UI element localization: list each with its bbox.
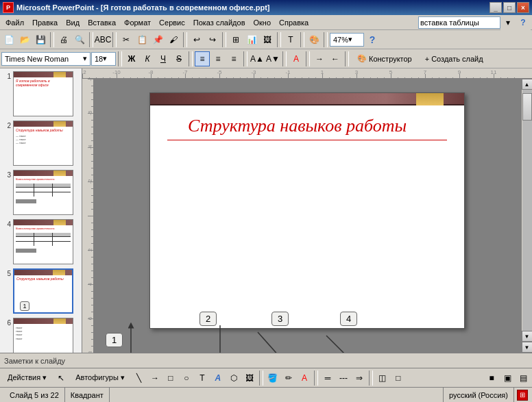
slide-thumb-6[interactable]: 6 тексттексттексттекст xyxy=(3,318,79,353)
print-button[interactable]: 🖨 xyxy=(56,32,71,47)
actions-dropdown[interactable]: Действия ▾ xyxy=(1,370,53,386)
ellipse-button[interactable]: ○ xyxy=(179,370,194,386)
font-size-dropdown[interactable]: 18 ▾ xyxy=(91,52,116,66)
diagram-button[interactable]: ⬡ xyxy=(226,370,241,386)
indent-less-button[interactable]: ← xyxy=(328,51,343,66)
spell-check-button[interactable]: ABC xyxy=(95,32,110,47)
help-icon[interactable]: ? xyxy=(516,15,531,30)
search-box[interactable]: ▾ ? xyxy=(418,15,531,30)
text-box-button[interactable]: T xyxy=(283,32,298,47)
slide-canvas[interactable]: Структура навыков работы xyxy=(149,92,465,329)
insert-image-button[interactable]: 🖼 xyxy=(260,32,275,47)
insert-chart-button[interactable]: 📊 xyxy=(244,32,259,47)
strikethrough-button[interactable]: S xyxy=(171,51,186,66)
insert-table-button[interactable]: ⊞ xyxy=(228,32,243,47)
slide-img-2[interactable]: Структура навыков работы — текст— текст—… xyxy=(13,121,73,166)
slide-thumb-3[interactable]: 3 Компьютерная грамотность xyxy=(3,170,79,215)
help-button[interactable]: ? xyxy=(365,32,380,47)
textbox-button[interactable]: T xyxy=(195,370,210,386)
menu-insert[interactable]: Вставка xyxy=(84,17,120,28)
shadow-button[interactable]: ◫ xyxy=(375,370,390,386)
align-left-button[interactable]: ≡ xyxy=(195,51,210,66)
scroll-thumb[interactable] xyxy=(522,93,532,121)
slide-thumb-5[interactable]: 5 Структура навыков работы 1 xyxy=(3,268,79,314)
resize-handle[interactable]: ⊞ xyxy=(517,390,528,401)
font-color-button[interactable]: A xyxy=(289,51,304,66)
line-color-button[interactable]: ✏ xyxy=(281,370,296,386)
save-button[interactable]: 💾 xyxy=(33,32,48,47)
arrow-button[interactable]: → xyxy=(147,370,162,386)
print-preview-button[interactable]: 🔍 xyxy=(72,32,87,47)
maximize-button[interactable]: □ xyxy=(503,2,516,13)
menu-window[interactable]: Окно xyxy=(250,17,276,28)
cut-button[interactable]: ✂ xyxy=(119,32,134,47)
font-name-dropdown[interactable]: Times New Roman ▾ xyxy=(1,52,90,66)
outline-view-button[interactable]: ▣ xyxy=(500,370,515,386)
dash-style-button[interactable]: --- xyxy=(336,370,351,386)
scroll-track[interactable] xyxy=(522,90,532,331)
font-size-arrow[interactable]: ▾ xyxy=(103,54,107,63)
menu-help[interactable]: Справка xyxy=(275,17,313,28)
create-slide-button[interactable]: + Создать слайд xyxy=(419,51,489,66)
decrease-font-button[interactable]: A▼ xyxy=(265,51,280,66)
new-button[interactable]: 📄 xyxy=(1,32,16,47)
zoom-box[interactable]: 47% ▾ xyxy=(330,33,364,47)
menu-view[interactable]: Вид xyxy=(62,17,84,28)
copy-button[interactable]: 📋 xyxy=(134,32,149,47)
indent-more-button[interactable]: → xyxy=(312,51,327,66)
paste-button[interactable]: 📌 xyxy=(150,32,165,47)
close-button[interactable]: × xyxy=(517,2,529,13)
slide-img-6[interactable]: тексттексттексттекст xyxy=(13,318,73,353)
slide-canvas-area[interactable]: Структура навыков работы 1 2 xyxy=(93,79,521,353)
slide-img-1[interactable]: Я готов работать в современном офисе xyxy=(13,71,73,116)
bold-button[interactable]: Ж xyxy=(124,51,139,66)
slide-thumb-2[interactable]: 2 Структура навыков работы — текст— текс… xyxy=(3,121,79,166)
increase-font-button[interactable]: A▲ xyxy=(250,51,265,66)
slide-img-3[interactable]: Компьютерная грамотность xyxy=(13,170,73,215)
arrow-style-button[interactable]: ⇒ xyxy=(352,370,367,386)
menu-edit[interactable]: Правка xyxy=(28,17,62,28)
slide-img-5[interactable]: Структура навыков работы 1 xyxy=(13,268,73,314)
scroll-down-button[interactable]: ▼ xyxy=(522,331,533,342)
wordart-button[interactable]: A xyxy=(210,370,226,386)
underline-button[interactable]: Ч xyxy=(156,51,171,66)
redo-button[interactable]: ↪ xyxy=(205,32,220,47)
rect-button[interactable]: □ xyxy=(163,370,178,386)
window-controls[interactable]: _ □ × xyxy=(489,2,529,13)
menu-format[interactable]: Формат xyxy=(120,17,155,28)
font-color-btn[interactable]: A xyxy=(297,370,312,386)
slide-panel[interactable]: 1 Я готов работать в современном офисе 2… xyxy=(0,68,82,353)
search-input[interactable] xyxy=(418,16,500,29)
select-button[interactable]: ↖ xyxy=(53,370,69,386)
slide-thumb-4[interactable]: 4 Компьютерная грамотность xyxy=(3,219,79,264)
slide-body[interactable] xyxy=(150,140,464,161)
menu-file[interactable]: Файл xyxy=(1,17,28,28)
undo-button[interactable]: ↩ xyxy=(189,32,204,47)
line-style-button[interactable]: ═ xyxy=(320,370,335,386)
3d-button[interactable]: □ xyxy=(391,370,406,386)
align-center-button[interactable]: ≡ xyxy=(210,51,226,66)
konstruktor-button[interactable]: 🎨 Конструктор xyxy=(351,51,418,66)
color-scheme-button[interactable]: 🎨 xyxy=(306,32,322,47)
slide-img-4[interactable]: Компьютерная грамотность xyxy=(13,219,73,264)
slide-sorter-button[interactable]: ▤ xyxy=(516,370,531,386)
slide-thumb-1[interactable]: 1 Я готов работать в современном офисе xyxy=(3,71,79,116)
scroll-up-button[interactable]: ▲ xyxy=(522,79,533,90)
fill-color-button[interactable]: 🪣 xyxy=(265,370,280,386)
clipart-button[interactable]: 🖼 xyxy=(242,370,257,386)
autoshapes-dropdown[interactable]: Автофигуры ▾ xyxy=(69,370,131,386)
line-button[interactable]: ╲ xyxy=(132,370,147,386)
search-button[interactable]: ▾ xyxy=(500,15,516,30)
italic-button[interactable]: К xyxy=(140,51,155,66)
format-painter-button[interactable]: 🖌 xyxy=(166,32,181,47)
font-name-arrow[interactable]: ▾ xyxy=(83,54,87,63)
v-scrollbar[interactable]: ▲ ▼ ▼ xyxy=(521,79,532,353)
align-right-button[interactable]: ≡ xyxy=(226,51,241,66)
notes-bar[interactable]: Заметки к слайду xyxy=(0,353,532,368)
menu-tools[interactable]: Сервис xyxy=(155,17,189,28)
menu-slideshow[interactable]: Показ слайдов xyxy=(189,17,250,28)
scroll-down-button-2[interactable]: ▼ xyxy=(522,342,533,353)
minimize-button[interactable]: _ xyxy=(489,2,502,13)
normal-view-button[interactable]: ■ xyxy=(484,370,499,386)
open-button[interactable]: 📂 xyxy=(17,32,32,47)
